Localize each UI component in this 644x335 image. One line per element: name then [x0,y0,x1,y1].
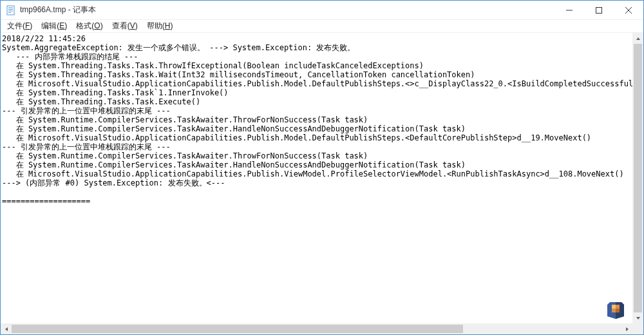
notepad-window: tmp966A.tmp - 记事本 文件(F) 编辑(E) 格式(O) 查看(V… [0,0,644,335]
watermark-badge-icon [606,300,625,319]
close-button[interactable] [614,1,643,19]
editor-area: 2018/2/22 11:45:26 System.AggregateExcep… [1,33,643,334]
menu-edit[interactable]: 编辑(E) [37,19,71,33]
menu-format[interactable]: 格式(O) [72,19,106,33]
text-editor[interactable]: 2018/2/22 11:45:26 System.AggregateExcep… [1,33,632,323]
menu-help[interactable]: 帮助(H) [143,19,177,33]
minimize-button[interactable] [554,1,584,19]
svg-marker-10 [636,317,640,320]
titlebar[interactable]: tmp966A.tmp - 记事本 [1,1,643,20]
scroll-track-horizontal[interactable] [12,323,621,334]
window-controls [554,1,643,19]
scrollbar-horizontal[interactable] [1,323,632,334]
svg-rect-14 [612,305,616,309]
scroll-thumb-horizontal[interactable] [12,325,463,333]
scroll-up-button[interactable] [632,33,643,44]
scrollbar-vertical[interactable] [632,33,643,323]
notepad-app-icon [6,5,16,15]
svg-rect-6 [596,7,602,13]
svg-marker-11 [5,327,8,331]
svg-marker-12 [626,327,629,331]
menubar: 文件(F) 编辑(E) 格式(O) 查看(V) 帮助(H) [1,20,643,33]
svg-rect-15 [616,309,620,312]
menu-view[interactable]: 查看(V) [108,19,142,33]
svg-marker-9 [636,37,640,40]
scroll-down-button[interactable] [632,312,643,323]
scroll-right-button[interactable] [621,323,632,334]
scroll-track-vertical[interactable] [632,44,643,312]
scroll-thumb-vertical[interactable] [634,44,642,312]
svg-rect-0 [7,6,14,15]
maximize-button[interactable] [584,1,614,19]
menu-file[interactable]: 文件(F) [3,19,36,33]
window-title: tmp966A.tmp - 记事本 [20,5,96,15]
scrollbar-corner [632,323,643,334]
scroll-left-button[interactable] [1,323,12,334]
